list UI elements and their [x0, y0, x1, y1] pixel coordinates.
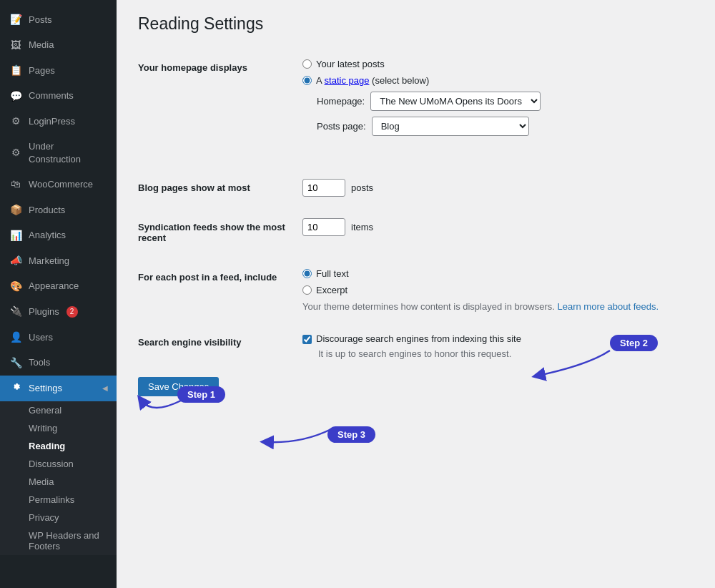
sidebar-label-analytics: Analytics	[29, 229, 66, 242]
blog-pages-field: posts	[295, 168, 694, 207]
sidebar-item-loginpress[interactable]: ⚙ LoginPress	[0, 109, 117, 134]
sidebar-label-loginpress: LoginPress	[29, 115, 75, 128]
submenu-discussion[interactable]: Discussion	[0, 455, 117, 473]
sidebar-item-comments[interactable]: 💬 Comments	[0, 84, 117, 109]
sidebar-item-under-construction[interactable]: ⚙ Under Construction	[0, 134, 117, 172]
radio-static-page-input[interactable]	[302, 76, 312, 85]
sidebar-item-pages[interactable]: 📋 Pages	[0, 58, 117, 84]
feed-include-label: For each post in a feed, include	[138, 258, 295, 323]
radio-latest-posts[interactable]: Your latest posts	[302, 59, 686, 69]
blog-pages-input[interactable]	[302, 179, 345, 197]
analytics-icon: 📊	[9, 229, 23, 243]
settings-form: Your homepage displays Your latest posts…	[138, 48, 694, 370]
sidebar-label-under-construction: Under Construction	[29, 140, 108, 166]
sidebar-item-plugins[interactable]: 🔌 Plugins 2	[0, 299, 117, 325]
sidebar-label-settings: Settings	[29, 382, 62, 395]
sidebar-item-appearance[interactable]: 🎨 Appearance	[0, 274, 117, 300]
posts-page-dropdown[interactable]: Blog	[372, 117, 529, 136]
homepage-dropdown-label: Homepage:	[317, 96, 365, 107]
radio-excerpt-input[interactable]	[302, 285, 312, 295]
sidebar-item-media[interactable]: 🖼 Media	[0, 33, 117, 59]
products-icon: 📦	[9, 203, 23, 217]
radio-full-text-input[interactable]	[302, 269, 312, 278]
sidebar-label-woocommerce: WooCommerce	[29, 178, 93, 191]
sidebar-label-plugins: Plugins	[29, 305, 59, 318]
submenu-reading[interactable]: Reading	[0, 437, 117, 455]
sidebar-item-analytics[interactable]: 📊 Analytics	[0, 223, 117, 249]
blog-pages-label: Blog pages show at most	[138, 168, 295, 207]
search-checkbox-label: Discourage search engines from indexing …	[316, 333, 521, 344]
syndication-suffix: items	[351, 222, 373, 232]
comments-icon: 💬	[9, 89, 23, 104]
page-title: Reading Settings	[138, 14, 694, 34]
syndication-input[interactable]	[302, 218, 345, 236]
feed-description: Your theme determines how content is dis…	[302, 301, 686, 312]
radio-excerpt-label: Excerpt	[316, 285, 347, 295]
search-note: It is up to search engines to honor this…	[318, 348, 686, 359]
sidebar-item-posts[interactable]: 📝 Posts	[0, 7, 117, 33]
sidebar-item-marketing[interactable]: 📣 Marketing	[0, 248, 117, 274]
search-checkbox[interactable]	[302, 335, 312, 344]
sidebar-label-pages: Pages	[29, 64, 55, 77]
sidebar: 📝 Posts 🖼 Media 📋 Pages 💬 Comments ⚙ Log…	[0, 0, 117, 588]
submenu-permalinks[interactable]: Permalinks	[0, 491, 117, 509]
feed-include-field: Full text Excerpt Your theme determines …	[295, 258, 694, 323]
radio-full-text-label: Full text	[316, 268, 349, 279]
radio-static-page[interactable]: A static page (select below)	[302, 75, 686, 86]
learn-more-link[interactable]: Learn more about feeds.	[558, 301, 659, 312]
submenu-general[interactable]: General	[0, 401, 117, 419]
homepage-dropdown[interactable]: The New UMoMA Opens its Doors	[370, 92, 541, 111]
woocommerce-icon: 🛍	[9, 177, 23, 192]
homepage-displays-label: Your homepage displays	[138, 48, 295, 147]
plugins-icon: 🔌	[9, 305, 23, 319]
settings-icon	[9, 381, 23, 396]
search-visibility-row: Search engine visibility Discourage sear…	[138, 323, 694, 370]
users-icon: 👤	[9, 330, 23, 345]
radio-excerpt[interactable]: Excerpt	[302, 285, 686, 295]
blog-pages-row: Blog pages show at most posts	[138, 168, 694, 207]
sidebar-item-tools[interactable]: 🔧 Tools	[0, 351, 117, 376]
sidebar-item-users[interactable]: 👤 Users	[0, 325, 117, 351]
posts-icon: 📝	[9, 13, 23, 27]
sidebar-label-posts: Posts	[29, 14, 52, 26]
appearance-icon: 🎨	[9, 280, 23, 294]
plugins-badge: 2	[66, 306, 78, 318]
submenu-wp-headers[interactable]: WP Headers and Footers	[0, 526, 117, 555]
radio-full-text[interactable]: Full text	[302, 268, 686, 279]
save-changes-button[interactable]: Save Changes	[138, 377, 219, 396]
sidebar-label-users: Users	[29, 331, 53, 344]
settings-submenu: General Writing Reading Discussion Media…	[0, 401, 117, 555]
static-page-link[interactable]: static page	[325, 75, 370, 86]
loginpress-icon: ⚙	[9, 114, 23, 129]
submenu-media[interactable]: Media	[0, 473, 117, 491]
posts-page-dropdown-row: Posts page: Blog	[317, 117, 686, 136]
search-visibility-label: Search engine visibility	[138, 323, 295, 370]
sidebar-label-tools: Tools	[29, 356, 50, 369]
submenu-writing[interactable]: Writing	[0, 419, 117, 437]
settings-arrow: ◀	[102, 383, 108, 393]
radio-latest-posts-label: Your latest posts	[316, 59, 385, 69]
step3-badge: Step 3	[327, 426, 375, 443]
homepage-displays-field: Your latest posts A static page (select …	[295, 48, 694, 147]
under-construction-icon: ⚙	[9, 146, 23, 160]
sidebar-item-products[interactable]: 📦 Products	[0, 197, 117, 223]
homepage-dropdown-row: Homepage: The New UMoMA Opens its Doors	[317, 92, 686, 111]
syndication-field: items	[295, 207, 694, 258]
marketing-icon: 📣	[9, 254, 23, 268]
syndication-row: Syndication feeds show the most recent i…	[138, 207, 694, 258]
sidebar-label-comments: Comments	[29, 89, 74, 102]
main-content: Reading Settings Your homepage displays …	[117, 0, 715, 588]
search-visibility-field: Discourage search engines from indexing …	[295, 323, 694, 370]
radio-latest-posts-input[interactable]	[302, 59, 312, 69]
submenu-privacy[interactable]: Privacy	[0, 509, 117, 526]
search-checkbox-row: Discourage search engines from indexing …	[302, 333, 686, 344]
posts-page-label: Posts page:	[317, 121, 366, 132]
sidebar-label-appearance: Appearance	[29, 280, 79, 293]
sidebar-item-settings[interactable]: Settings ◀	[0, 376, 117, 401]
homepage-displays-row: Your homepage displays Your latest posts…	[138, 48, 694, 147]
sidebar-item-woocommerce[interactable]: 🛍 WooCommerce	[0, 172, 117, 197]
feed-include-row: For each post in a feed, include Full te…	[138, 258, 694, 323]
sidebar-label-media: Media	[29, 39, 54, 52]
pages-icon: 📋	[9, 64, 23, 78]
blog-pages-number-row: posts	[302, 179, 686, 197]
